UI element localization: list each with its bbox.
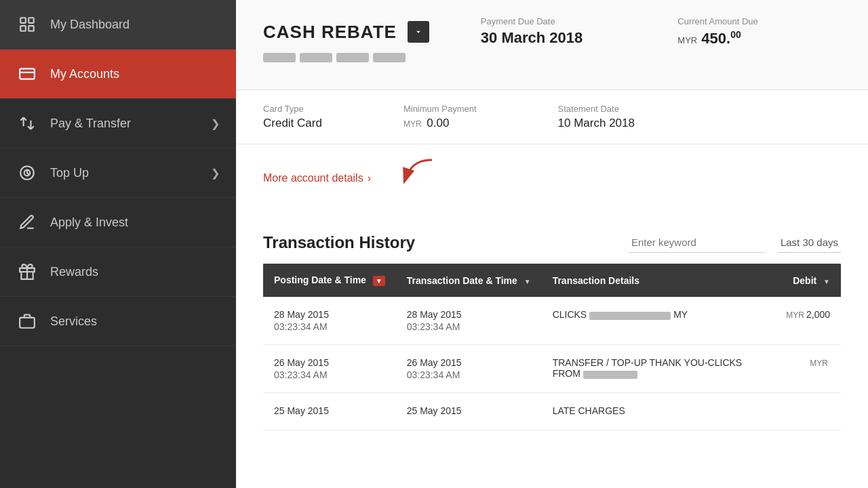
main-content: CASH REBATE Payment Due Date 30 March 20… (236, 0, 868, 488)
sidebar-item-my-accounts[interactable]: My Accounts (0, 49, 236, 99)
current-amount-value: MYR 450.00 (677, 29, 758, 47)
svg-rect-10 (20, 318, 35, 328)
svg-rect-4 (20, 68, 35, 79)
card-number-segment-1 (263, 53, 296, 62)
keyword-search-input[interactable] (629, 232, 764, 253)
col-debit[interactable]: Debit ▼ (775, 264, 841, 297)
sidebar-item-pay-transfer[interactable]: Pay & Transfer ❯ (0, 99, 236, 148)
sidebar-item-label: Rewards (50, 265, 98, 279)
card-type-label: Card Type (263, 104, 322, 114)
more-account-section: More account details › (236, 144, 868, 216)
transaction-table: Posting Date & Time ▼ Transaction Date &… (263, 264, 841, 430)
min-payment-number: 0.00 (427, 117, 449, 129)
svg-rect-1 (28, 18, 34, 23)
posting-date-cell: 26 May 2015 03:23:34 AM (263, 345, 396, 393)
current-amount-section: Current Amount Due MYR 450.00 (677, 16, 758, 47)
card-number-segment-3 (336, 53, 369, 62)
transaction-details-cell: TRANSFER / TOP-UP THANK YOU-CLICKS FROM (542, 345, 776, 393)
card-type-value: Credit Card (263, 117, 322, 130)
card-number-segment-2 (300, 53, 332, 62)
col-transaction-details: Transaction Details (542, 264, 776, 297)
chevron-right-icon: › (368, 172, 371, 184)
table-header-row: Posting Date & Time ▼ Transaction Date &… (263, 264, 841, 297)
transaction-date-cell: 28 May 2015 03:23:34 AM (396, 297, 542, 345)
sidebar-item-label: Services (50, 314, 97, 329)
transaction-history-section: Transaction History Last 30 days Posting… (236, 216, 868, 430)
sidebar-item-my-dashboard[interactable]: My Dashboard (0, 0, 236, 49)
sidebar-item-top-up[interactable]: Top Up ❯ (0, 148, 236, 198)
debit-amount-cell: MYR2,000 (775, 297, 841, 345)
grid-icon (16, 14, 38, 35)
sidebar-item-apply-invest[interactable]: Apply & Invest (0, 198, 236, 247)
min-payment-currency: MYR (403, 119, 422, 129)
transaction-controls: Last 30 days (629, 232, 841, 253)
sidebar-item-label: Apply & Invest (50, 216, 128, 230)
date-filter-selector[interactable]: Last 30 days (778, 232, 841, 253)
card-details-row: Card Type Credit Card Minimum Payment MY… (236, 90, 868, 144)
current-amount-currency: MYR (677, 35, 697, 45)
debit-amount-cell: MYR (775, 345, 841, 393)
payment-due-value: 30 March 2018 (481, 29, 583, 47)
sort-icon-posting: ▼ (373, 276, 385, 286)
blurred-text (589, 312, 671, 320)
blurred-text (583, 371, 637, 379)
table-row: 25 May 2015 25 May 2015 LATE CHARGES (263, 393, 841, 430)
sidebar: My Dashboard My Accounts Pay & Transfer … (0, 0, 236, 488)
sort-icon-debit: ▼ (823, 278, 830, 285)
sort-icon-transaction: ▼ (524, 278, 531, 285)
arrows-icon (16, 113, 38, 134)
more-account-details-link[interactable]: More account details › (263, 172, 371, 184)
sidebar-item-label: My Accounts (50, 67, 119, 81)
card-name: CASH REBATE (263, 22, 397, 43)
payment-due-section: Payment Due Date 30 March 2018 (481, 16, 583, 47)
red-arrow-indicator (391, 157, 439, 200)
coins-icon (16, 162, 38, 184)
min-payment-section: Minimum Payment MYR 0.00 (403, 104, 477, 130)
transaction-details-cell: CLICKSMY (542, 297, 776, 345)
posting-date-cell: 28 May 2015 03:23:34 AM (263, 297, 396, 345)
svg-rect-3 (28, 26, 34, 31)
statement-date-label: Statement Date (558, 104, 635, 114)
pencil-icon (16, 211, 38, 233)
briefcase-icon (16, 310, 38, 332)
svg-rect-2 (20, 26, 26, 31)
chevron-right-icon: ❯ (211, 167, 220, 180)
payment-due-label: Payment Due Date (481, 16, 583, 26)
sidebar-item-services[interactable]: Services (0, 297, 236, 346)
table-row: 26 May 2015 03:23:34 AM 26 May 2015 03:2… (263, 345, 841, 393)
transaction-date-cell: 26 May 2015 03:23:34 AM (396, 345, 542, 393)
min-payment-value: MYR 0.00 (403, 117, 477, 130)
sidebar-item-label: My Dashboard (50, 18, 130, 32)
card-type-section: Card Type Credit Card (263, 104, 322, 130)
chevron-right-icon: ❯ (211, 117, 220, 130)
min-payment-label: Minimum Payment (403, 104, 477, 114)
col-transaction-date[interactable]: Transaction Date & Time ▼ (396, 264, 542, 297)
card-number (263, 53, 841, 62)
card-icon (16, 63, 38, 85)
current-amount-cents: 00 (730, 29, 741, 40)
table-row: 28 May 2015 03:23:34 AM 28 May 2015 03:2… (263, 297, 841, 345)
transaction-details-cell: LATE CHARGES (542, 393, 776, 430)
debit-amount-cell (775, 393, 841, 430)
current-amount-label: Current Amount Due (677, 16, 758, 26)
card-dropdown-button[interactable] (408, 21, 429, 43)
transaction-date-cell: 25 May 2015 (396, 393, 542, 430)
transaction-history-title: Transaction History (263, 233, 415, 252)
card-number-segment-4 (373, 53, 406, 62)
posting-date-cell: 25 May 2015 (263, 393, 396, 430)
more-account-link-text: More account details (263, 172, 363, 184)
sidebar-item-rewards[interactable]: Rewards (0, 247, 236, 297)
sidebar-item-label: Pay & Transfer (50, 117, 131, 131)
sidebar-item-label: Top Up (50, 166, 89, 180)
statement-date-value: 10 March 2018 (558, 117, 635, 130)
card-header: CASH REBATE Payment Due Date 30 March 20… (236, 0, 868, 90)
transaction-header: Transaction History Last 30 days (263, 216, 841, 264)
statement-date-section: Statement Date 10 March 2018 (558, 104, 635, 130)
col-posting-date[interactable]: Posting Date & Time ▼ (263, 264, 396, 297)
svg-rect-0 (20, 18, 26, 23)
gift-icon (16, 261, 38, 283)
current-amount-number: 450. (701, 30, 730, 47)
